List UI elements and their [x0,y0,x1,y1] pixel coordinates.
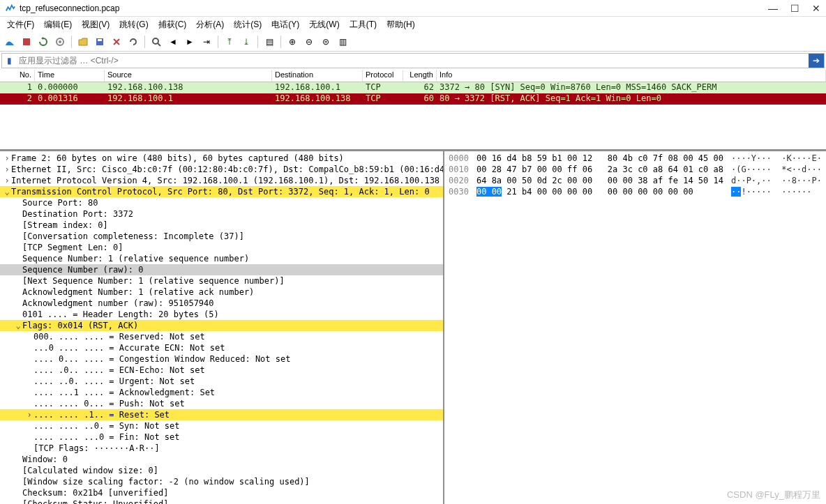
packet-row[interactable]: 10.000000192.168.100.138192.168.100.1TCP… [0,82,826,93]
tree-node[interactable]: [Window size scaling factor: -2 (no wind… [0,476,443,487]
close-button[interactable]: ✕ [812,3,820,14]
filter-bookmark-icon[interactable]: ▮ [2,54,16,68]
tree-node[interactable]: .... .... ..0. = Syn: Not set [0,420,443,432]
menu-item[interactable]: 帮助(H) [382,17,419,32]
tree-node[interactable]: [TCP Segment Len: 0] [0,242,443,253]
col-header-no[interactable]: No. [0,70,35,82]
tree-node[interactable]: 000. .... .... = Reserved: Not set [0,331,443,342]
zoom-in-icon[interactable]: ⊕ [285,35,299,49]
col-header-length[interactable]: Length [403,70,437,82]
menu-item[interactable]: 视图(V) [77,17,114,32]
restart-capture-icon[interactable] [36,35,50,49]
capture-options-icon[interactable] [53,35,67,49]
maximize-button[interactable]: ☐ [790,3,799,14]
col-header-protocol[interactable]: Protocol [363,70,403,82]
svg-point-5 [153,38,158,44]
hex-row[interactable]: 003000 00 21 b4 00 00 00 00 00 00 00 00 … [449,186,822,197]
display-filter-input[interactable] [16,56,809,66]
expand-toggle-icon[interactable]: › [3,175,11,186]
go-to-icon[interactable]: ⇥ [200,35,213,49]
menu-item[interactable]: 文件(F) [3,17,38,32]
packet-bytes-pane[interactable]: 000000 16 d4 b8 59 b1 00 12 80 4b c0 7f … [444,151,826,504]
menu-item[interactable]: 工具(T) [345,17,381,32]
open-file-icon[interactable] [76,35,90,49]
tree-node[interactable]: ⌄Flags: 0x014 (RST, ACK) [0,320,443,331]
tree-node[interactable]: [Next Sequence Number: 1 (relative seque… [0,275,443,287]
col-header-time[interactable]: Time [35,70,105,82]
window-title: tcp_refuseconnection.pcap [20,3,768,13]
toolbar: ◄ ► ⇥ ⤒ ⤓ ▤ ⊕ ⊖ ⊜ ▥ [0,32,826,52]
shark-fin-icon[interactable] [3,35,17,49]
tree-node[interactable]: .... .0.. .... = ECN-Echo: Not set [0,365,443,376]
col-header-info[interactable]: Info [437,70,826,82]
wireshark-icon [6,3,15,13]
packet-row[interactable]: 20.001316192.168.100.1192.168.100.138TCP… [0,93,826,105]
resize-columns-icon[interactable]: ▥ [336,35,350,49]
expand-toggle-icon[interactable]: › [25,409,33,420]
tree-node[interactable]: Window: 0 [0,454,443,465]
expand-toggle-icon[interactable]: ⌄ [14,320,22,331]
menu-item[interactable]: 无线(W) [305,17,343,32]
tree-node[interactable]: .... ...1 .... = Acknowledgment: Set [0,387,443,398]
tree-node[interactable]: [Checksum Status: Unverified] [0,498,443,504]
hex-row[interactable]: 002064 8a 00 50 0d 2c 00 00 00 00 38 af … [449,175,822,186]
tree-node[interactable]: ›Internet Protocol Version 4, Src: 192.1… [0,175,443,186]
menu-item[interactable]: 统计(S) [230,17,266,32]
auto-scroll-icon[interactable]: ▤ [262,35,276,49]
save-icon[interactable] [93,35,107,49]
svg-line-6 [158,43,160,46]
tree-node[interactable]: ⌄Transmission Control Protocol, Src Port… [0,186,443,197]
tree-node[interactable]: [Conversation completeness: Incomplete (… [0,231,443,242]
tree-node[interactable]: ›Ethernet II, Src: Cisco_4b:c0:7f (00:12… [0,164,443,175]
col-header-destination[interactable]: Destination [272,70,363,82]
hex-row[interactable]: 001000 28 47 b7 00 00 ff 06 2a 3c c0 a8 … [449,164,822,175]
display-filter-bar: ▮ ➔ [1,53,825,68]
menu-item[interactable]: 电话(Y) [267,17,303,32]
find-icon[interactable] [149,35,163,49]
tree-node[interactable]: Sequence Number: 1 (relative sequence nu… [0,253,443,264]
tree-node[interactable]: Destination Port: 3372 [0,208,443,220]
tree-node[interactable]: .... ..0. .... = Urgent: Not set [0,376,443,387]
zoom-out-icon[interactable]: ⊖ [302,35,316,49]
expand-toggle-icon[interactable]: › [3,164,11,175]
minimize-button[interactable]: — [768,3,778,14]
menu-item[interactable]: 捕获(C) [154,17,191,32]
svg-point-2 [59,40,61,43]
title-bar: tcp_refuseconnection.pcap — ☐ ✕ [0,0,826,17]
tree-node[interactable]: .... 0... .... = Congestion Window Reduc… [0,353,443,365]
stop-capture-icon[interactable] [20,35,33,49]
col-header-source[interactable]: Source [105,70,272,82]
tree-node[interactable]: Source Port: 80 [0,197,443,208]
hex-row[interactable]: 000000 16 d4 b8 59 b1 00 12 80 4b c0 7f … [449,153,822,164]
tree-node[interactable]: .... .... 0... = Push: Not set [0,398,443,409]
go-last-icon[interactable]: ⤓ [239,35,253,49]
packet-list-pane: No. Time Source Destination Protocol Len… [0,70,826,151]
tree-node[interactable]: Acknowledgment Number: 1 (relative ack n… [0,287,443,298]
tree-node[interactable]: [Calculated window size: 0] [0,465,443,476]
menubar: 文件(F)编辑(E)视图(V)跳转(G)捕获(C)分析(A)统计(S)电话(Y)… [0,17,826,32]
filter-apply-icon[interactable]: ➔ [809,54,824,68]
packet-details-pane[interactable]: ›Frame 2: 60 bytes on wire (480 bits), 6… [0,151,444,504]
tree-node[interactable]: [TCP Flags: ·······A·R··] [0,443,443,454]
tree-node[interactable]: ...0 .... .... = Accurate ECN: Not set [0,342,443,353]
menu-item[interactable]: 编辑(E) [40,17,76,32]
tree-node[interactable]: ›.... .... .1.. = Reset: Set [0,409,443,420]
tree-node[interactable]: Checksum: 0x21b4 [unverified] [0,487,443,498]
tree-node[interactable]: Acknowledgment number (raw): 951057940 [0,298,443,309]
go-back-icon[interactable]: ◄ [166,35,180,49]
tree-node[interactable]: ›Frame 2: 60 bytes on wire (480 bits), 6… [0,153,443,164]
expand-toggle-icon[interactable]: › [3,153,11,164]
menu-item[interactable]: 分析(A) [192,17,228,32]
tree-node[interactable]: Sequence Number (raw): 0 [0,264,443,275]
tree-node[interactable]: 0101 .... = Header Length: 20 bytes (5) [0,309,443,320]
tree-node[interactable]: .... .... ...0 = Fin: Not set [0,432,443,443]
watermark: CSDN @FLy_鹏程万里 [727,489,820,501]
go-first-icon[interactable]: ⤒ [223,35,236,49]
zoom-reset-icon[interactable]: ⊜ [319,35,333,49]
expand-toggle-icon[interactable]: ⌄ [3,186,11,197]
reload-icon[interactable] [126,35,140,49]
menu-item[interactable]: 跳转(G) [115,17,152,32]
tree-node[interactable]: [Stream index: 0] [0,220,443,231]
close-file-icon[interactable] [110,35,123,49]
go-forward-icon[interactable]: ► [183,35,197,49]
